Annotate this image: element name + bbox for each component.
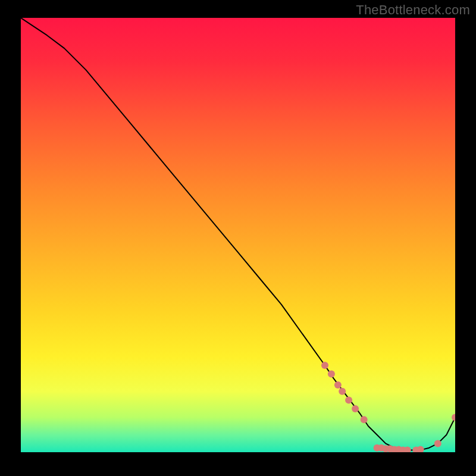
data-marker [361, 416, 368, 423]
data-marker [345, 396, 352, 403]
data-marker [434, 440, 441, 447]
data-marker [417, 446, 424, 452]
plot-area [21, 18, 455, 452]
data-marker [321, 362, 328, 369]
data-marker [334, 381, 342, 389]
data-markers [321, 362, 455, 452]
data-marker [328, 371, 335, 378]
data-marker [352, 405, 359, 412]
watermark-text: TheBottleneck.com [356, 2, 470, 18]
data-marker [452, 414, 455, 421]
bottleneck-curve [21, 18, 455, 450]
data-marker [339, 388, 346, 395]
curve-layer [21, 18, 455, 452]
